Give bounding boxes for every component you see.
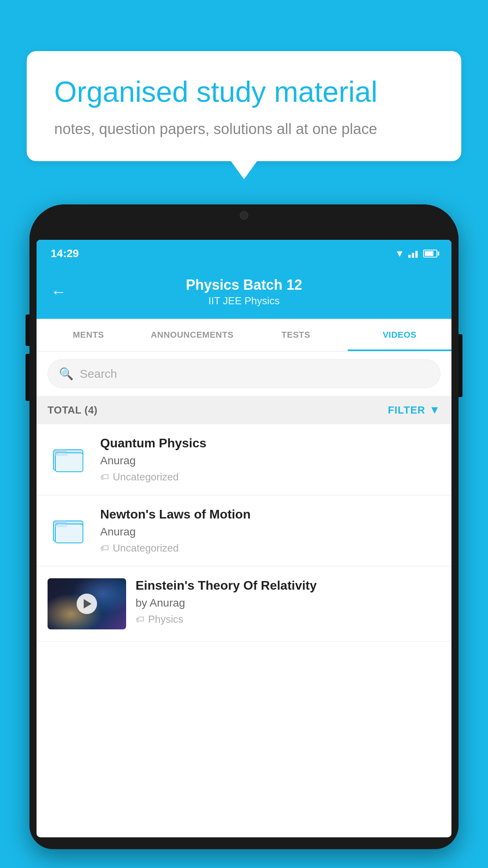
- battery-icon: [423, 250, 437, 257]
- speech-bubble-title: Organised study material: [54, 75, 434, 110]
- folder-icon: [51, 442, 87, 473]
- tab-videos[interactable]: VIDEOS: [348, 319, 451, 351]
- speech-bubble-card: Organised study material notes, question…: [27, 51, 461, 161]
- play-button-icon[interactable]: [77, 594, 97, 614]
- batch-subtitle: IIT JEE Physics: [76, 295, 412, 307]
- volume-down-button[interactable]: [26, 354, 29, 401]
- status-bar: 14:29 ▼: [37, 240, 451, 267]
- list-item[interactable]: Quantum Physics Anurag 🏷 Uncategorized: [37, 424, 451, 495]
- list-item[interactable]: Einstein's Theory Of Relativity by Anura…: [37, 566, 451, 642]
- video-title-1: Quantum Physics: [100, 436, 440, 451]
- batch-title: Physics Batch 12: [76, 277, 412, 293]
- speech-bubble-section: Organised study material notes, question…: [27, 51, 461, 161]
- wifi-icon: ▼: [395, 248, 404, 259]
- search-icon: 🔍: [59, 367, 73, 381]
- camera: [240, 211, 248, 220]
- filter-bar: TOTAL (4) FILTER ▼: [37, 396, 451, 424]
- phone-top-bar: [29, 204, 459, 240]
- search-bar[interactable]: 🔍 Search: [48, 359, 440, 388]
- phone-screen: 14:29 ▼ ←: [37, 240, 451, 837]
- total-count: TOTAL (4): [48, 404, 97, 416]
- folder-thumb-1: [48, 436, 91, 479]
- status-time: 14:29: [51, 247, 79, 260]
- header-title-block: Physics Batch 12 IIT JEE Physics: [76, 277, 412, 307]
- video-info-3: Einstein's Theory Of Relativity by Anura…: [136, 578, 440, 625]
- search-input[interactable]: Search: [80, 367, 117, 381]
- status-icons: ▼: [395, 248, 437, 259]
- folder-icon: [51, 513, 87, 544]
- video-title-2: Newton's Laws of Motion: [100, 507, 440, 522]
- speech-bubble-subtitle: notes, question papers, solutions all at…: [54, 121, 434, 138]
- video-author-1: Anurag: [100, 454, 440, 467]
- video-tag-3: 🏷 Physics: [136, 613, 440, 625]
- tab-announcements[interactable]: ANNOUNCEMENTS: [140, 319, 244, 351]
- video-author-3: by Anurag: [136, 597, 440, 609]
- volume-up-button[interactable]: [26, 314, 29, 346]
- phone-outer: 14:29 ▼ ←: [29, 204, 459, 849]
- video-info-1: Quantum Physics Anurag 🏷 Uncategorized: [100, 436, 440, 483]
- video-author-2: Anurag: [100, 526, 440, 538]
- tag-icon-2: 🏷: [100, 543, 109, 554]
- video-list: Quantum Physics Anurag 🏷 Uncategorized: [37, 424, 451, 642]
- video-tag-1: 🏷 Uncategorized: [100, 471, 440, 483]
- power-button[interactable]: [459, 334, 462, 397]
- video-tag-2: 🏷 Uncategorized: [100, 542, 440, 554]
- folder-thumb-2: [48, 507, 91, 550]
- app-header: ← Physics Batch 12 IIT JEE Physics: [37, 267, 451, 319]
- phone-mockup: 14:29 ▼ ←: [29, 204, 459, 868]
- filter-label: FILTER: [388, 404, 425, 416]
- search-bar-wrapper: 🔍 Search: [37, 351, 451, 396]
- list-item[interactable]: Newton's Laws of Motion Anurag 🏷 Uncateg…: [37, 495, 451, 566]
- tag-icon-3: 🏷: [136, 614, 144, 625]
- play-triangle: [84, 599, 92, 609]
- filter-button[interactable]: FILTER ▼: [388, 404, 440, 416]
- tag-icon-1: 🏷: [100, 472, 109, 482]
- tab-ments[interactable]: MENTS: [37, 319, 140, 351]
- video-thumbnail-3: [48, 578, 126, 629]
- signal-icon: [408, 249, 418, 258]
- video-info-2: Newton's Laws of Motion Anurag 🏷 Uncateg…: [100, 507, 440, 554]
- tab-bar: MENTS ANNOUNCEMENTS TESTS VIDEOS: [37, 319, 451, 351]
- filter-funnel-icon: ▼: [429, 404, 440, 416]
- notch: [205, 204, 283, 226]
- back-button[interactable]: ←: [51, 283, 66, 301]
- video-title-3: Einstein's Theory Of Relativity: [136, 578, 440, 593]
- tab-tests[interactable]: TESTS: [244, 319, 348, 351]
